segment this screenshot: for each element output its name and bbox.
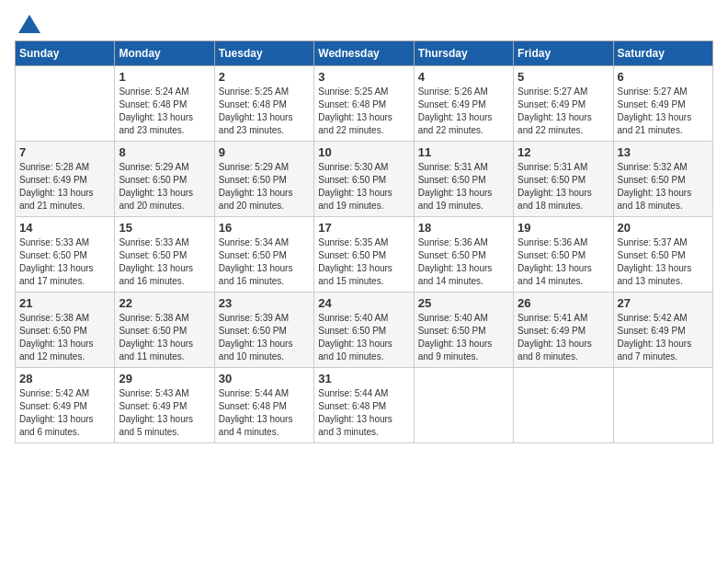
calendar-cell: 8Sunrise: 5:29 AM Sunset: 6:50 PM Daylig… bbox=[115, 142, 214, 217]
calendar-cell bbox=[514, 368, 613, 443]
calendar-cell: 13Sunrise: 5:32 AM Sunset: 6:50 PM Dayli… bbox=[613, 142, 712, 217]
day-number: 7 bbox=[19, 145, 110, 159]
day-number: 25 bbox=[418, 296, 509, 310]
day-info: Sunrise: 5:33 AM Sunset: 6:50 PM Dayligh… bbox=[19, 236, 110, 288]
day-info: Sunrise: 5:31 AM Sunset: 6:50 PM Dayligh… bbox=[418, 161, 509, 213]
day-number: 8 bbox=[119, 145, 210, 159]
day-number: 11 bbox=[418, 145, 509, 159]
calendar-cell: 16Sunrise: 5:34 AM Sunset: 6:50 PM Dayli… bbox=[214, 217, 313, 293]
day-info: Sunrise: 5:27 AM Sunset: 6:49 PM Dayligh… bbox=[518, 86, 609, 137]
calendar-cell: 30Sunrise: 5:44 AM Sunset: 6:48 PM Dayli… bbox=[214, 368, 313, 443]
calendar-cell: 5Sunrise: 5:27 AM Sunset: 6:49 PM Daylig… bbox=[514, 66, 613, 142]
calendar-cell: 17Sunrise: 5:35 AM Sunset: 6:50 PM Dayli… bbox=[314, 217, 414, 293]
calendar-cell: 6Sunrise: 5:27 AM Sunset: 6:49 PM Daylig… bbox=[613, 66, 712, 142]
day-number: 28 bbox=[19, 372, 110, 385]
day-header-monday: Monday bbox=[115, 41, 214, 66]
day-info: Sunrise: 5:40 AM Sunset: 6:50 PM Dayligh… bbox=[418, 312, 509, 363]
day-header-wednesday: Wednesday bbox=[314, 41, 414, 66]
day-info: Sunrise: 5:38 AM Sunset: 6:50 PM Dayligh… bbox=[119, 312, 210, 363]
logo-icon bbox=[18, 15, 40, 33]
day-number: 12 bbox=[518, 145, 609, 159]
calendar-week-row: 1Sunrise: 5:24 AM Sunset: 6:48 PM Daylig… bbox=[16, 66, 713, 142]
day-number: 29 bbox=[119, 372, 210, 385]
day-info: Sunrise: 5:44 AM Sunset: 6:48 PM Dayligh… bbox=[318, 387, 409, 439]
day-number: 23 bbox=[219, 296, 310, 310]
day-number: 20 bbox=[618, 221, 709, 235]
calendar-week-row: 28Sunrise: 5:42 AM Sunset: 6:49 PM Dayli… bbox=[16, 368, 713, 443]
day-info: Sunrise: 5:43 AM Sunset: 6:49 PM Dayligh… bbox=[119, 387, 210, 439]
calendar-cell: 12Sunrise: 5:31 AM Sunset: 6:50 PM Dayli… bbox=[514, 142, 613, 217]
day-info: Sunrise: 5:40 AM Sunset: 6:50 PM Dayligh… bbox=[318, 312, 409, 363]
day-number: 3 bbox=[318, 70, 409, 84]
day-info: Sunrise: 5:41 AM Sunset: 6:49 PM Dayligh… bbox=[518, 312, 609, 363]
day-info: Sunrise: 5:29 AM Sunset: 6:50 PM Dayligh… bbox=[219, 161, 310, 213]
day-info: Sunrise: 5:37 AM Sunset: 6:50 PM Dayligh… bbox=[618, 236, 709, 288]
calendar-cell: 14Sunrise: 5:33 AM Sunset: 6:50 PM Dayli… bbox=[16, 217, 115, 293]
calendar-cell: 3Sunrise: 5:25 AM Sunset: 6:48 PM Daylig… bbox=[314, 66, 414, 142]
day-number: 17 bbox=[318, 221, 409, 235]
calendar-cell bbox=[613, 368, 712, 443]
calendar-cell: 9Sunrise: 5:29 AM Sunset: 6:50 PM Daylig… bbox=[214, 142, 313, 217]
calendar-cell bbox=[16, 66, 115, 142]
day-info: Sunrise: 5:38 AM Sunset: 6:50 PM Dayligh… bbox=[19, 312, 110, 363]
calendar-week-row: 14Sunrise: 5:33 AM Sunset: 6:50 PM Dayli… bbox=[16, 217, 713, 293]
day-number: 26 bbox=[518, 296, 609, 310]
page-header bbox=[15, 15, 713, 33]
day-info: Sunrise: 5:42 AM Sunset: 6:49 PM Dayligh… bbox=[618, 312, 709, 363]
day-info: Sunrise: 5:32 AM Sunset: 6:50 PM Dayligh… bbox=[618, 161, 709, 213]
day-number: 13 bbox=[618, 145, 709, 159]
day-number: 22 bbox=[119, 296, 210, 310]
calendar-cell: 7Sunrise: 5:28 AM Sunset: 6:49 PM Daylig… bbox=[16, 142, 115, 217]
calendar-cell: 2Sunrise: 5:25 AM Sunset: 6:48 PM Daylig… bbox=[214, 66, 313, 142]
calendar-cell: 29Sunrise: 5:43 AM Sunset: 6:49 PM Dayli… bbox=[115, 368, 214, 443]
day-info: Sunrise: 5:28 AM Sunset: 6:49 PM Dayligh… bbox=[19, 161, 110, 213]
day-number: 27 bbox=[618, 296, 709, 310]
day-info: Sunrise: 5:33 AM Sunset: 6:50 PM Dayligh… bbox=[119, 236, 210, 288]
calendar-cell: 25Sunrise: 5:40 AM Sunset: 6:50 PM Dayli… bbox=[414, 293, 513, 368]
calendar-cell bbox=[414, 368, 513, 443]
day-number: 24 bbox=[318, 296, 409, 310]
calendar-week-row: 21Sunrise: 5:38 AM Sunset: 6:50 PM Dayli… bbox=[16, 293, 713, 368]
day-number: 1 bbox=[119, 70, 210, 84]
day-info: Sunrise: 5:42 AM Sunset: 6:49 PM Dayligh… bbox=[19, 387, 110, 439]
day-info: Sunrise: 5:25 AM Sunset: 6:48 PM Dayligh… bbox=[219, 86, 310, 137]
day-info: Sunrise: 5:24 AM Sunset: 6:48 PM Dayligh… bbox=[119, 86, 210, 137]
logo bbox=[15, 15, 42, 33]
day-info: Sunrise: 5:26 AM Sunset: 6:49 PM Dayligh… bbox=[418, 86, 509, 137]
day-header-thursday: Thursday bbox=[414, 41, 513, 66]
day-number: 30 bbox=[219, 372, 310, 385]
calendar-cell: 22Sunrise: 5:38 AM Sunset: 6:50 PM Dayli… bbox=[115, 293, 214, 368]
day-info: Sunrise: 5:39 AM Sunset: 6:50 PM Dayligh… bbox=[219, 312, 310, 363]
day-number: 21 bbox=[19, 296, 110, 310]
calendar-cell: 27Sunrise: 5:42 AM Sunset: 6:49 PM Dayli… bbox=[613, 293, 712, 368]
day-number: 4 bbox=[418, 70, 509, 84]
day-number: 9 bbox=[219, 145, 310, 159]
day-number: 10 bbox=[318, 145, 409, 159]
day-number: 31 bbox=[318, 372, 409, 385]
calendar-cell: 21Sunrise: 5:38 AM Sunset: 6:50 PM Dayli… bbox=[16, 293, 115, 368]
calendar-week-row: 7Sunrise: 5:28 AM Sunset: 6:49 PM Daylig… bbox=[16, 142, 713, 217]
calendar-header-row: SundayMondayTuesdayWednesdayThursdayFrid… bbox=[16, 41, 713, 66]
day-header-tuesday: Tuesday bbox=[214, 41, 313, 66]
day-info: Sunrise: 5:35 AM Sunset: 6:50 PM Dayligh… bbox=[318, 236, 409, 288]
day-info: Sunrise: 5:30 AM Sunset: 6:50 PM Dayligh… bbox=[318, 161, 409, 213]
day-number: 6 bbox=[618, 70, 709, 84]
day-info: Sunrise: 5:31 AM Sunset: 6:50 PM Dayligh… bbox=[518, 161, 609, 213]
day-header-sunday: Sunday bbox=[16, 41, 115, 66]
calendar-cell: 20Sunrise: 5:37 AM Sunset: 6:50 PM Dayli… bbox=[613, 217, 712, 293]
svg-marker-0 bbox=[18, 15, 40, 33]
calendar-cell: 28Sunrise: 5:42 AM Sunset: 6:49 PM Dayli… bbox=[16, 368, 115, 443]
day-number: 15 bbox=[119, 221, 210, 235]
day-info: Sunrise: 5:27 AM Sunset: 6:49 PM Dayligh… bbox=[618, 86, 709, 137]
calendar-cell: 4Sunrise: 5:26 AM Sunset: 6:49 PM Daylig… bbox=[414, 66, 513, 142]
day-number: 18 bbox=[418, 221, 509, 235]
day-info: Sunrise: 5:34 AM Sunset: 6:50 PM Dayligh… bbox=[219, 236, 310, 288]
day-header-saturday: Saturday bbox=[613, 41, 712, 66]
day-number: 19 bbox=[518, 221, 609, 235]
calendar-cell: 26Sunrise: 5:41 AM Sunset: 6:49 PM Dayli… bbox=[514, 293, 613, 368]
calendar-cell: 11Sunrise: 5:31 AM Sunset: 6:50 PM Dayli… bbox=[414, 142, 513, 217]
calendar-cell: 19Sunrise: 5:36 AM Sunset: 6:50 PM Dayli… bbox=[514, 217, 613, 293]
day-header-friday: Friday bbox=[514, 41, 613, 66]
day-info: Sunrise: 5:36 AM Sunset: 6:50 PM Dayligh… bbox=[418, 236, 509, 288]
day-number: 2 bbox=[219, 70, 310, 84]
